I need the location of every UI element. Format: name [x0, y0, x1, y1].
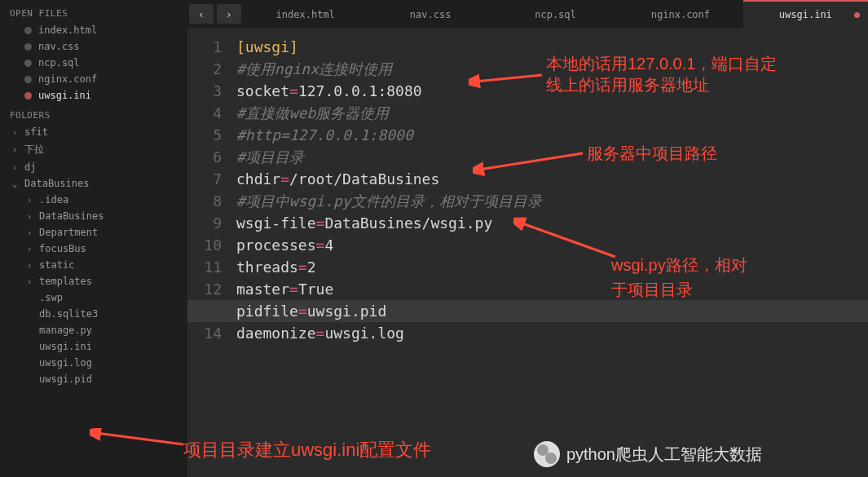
folder-item[interactable]: templates: [15, 273, 187, 289]
token: #http=127.0.0.1:8000: [236, 126, 413, 144]
code-line[interactable]: #http=127.0.0.1:8000: [236, 124, 868, 146]
code-line[interactable]: pidfile=uwsgi.pid: [187, 300, 868, 322]
line-number: 10: [187, 234, 222, 256]
token: True: [298, 280, 333, 298]
tab-label: ncp.sql: [535, 9, 576, 20]
folder-item[interactable]: sfit: [0, 124, 187, 140]
file-item[interactable]: uwsgi.log: [15, 355, 187, 371]
file-label: uwsgi.pid: [39, 373, 92, 385]
token: #直接做web服务器使用: [236, 104, 389, 121]
code-line[interactable]: #项目目录: [236, 146, 868, 168]
tab[interactable]: nav.css: [368, 0, 492, 28]
token: threads: [236, 258, 298, 276]
token: DataBusines/wsgi.py: [324, 214, 492, 232]
file-label: db.sqlite3: [39, 308, 98, 320]
nav-back-button[interactable]: ‹: [189, 4, 214, 24]
folder-label: templates: [39, 276, 92, 287]
token: uwsgi.pid: [307, 303, 387, 320]
line-number: 8: [187, 190, 222, 212]
file-item[interactable]: manage.py: [15, 322, 187, 338]
code-line[interactable]: #项目中wsgi.py文件的目录，相对于项目目录: [236, 190, 868, 212]
token: wsgi-file: [236, 214, 316, 232]
token: chdir: [236, 170, 280, 188]
token: 2: [307, 258, 316, 276]
main-area: ‹ › index.htmlnav.cssncp.sqlnginx.confuw…: [187, 0, 868, 477]
open-file-item[interactable]: nav.css: [0, 38, 187, 55]
nav-forward-button[interactable]: ›: [217, 4, 241, 24]
token: uwsgi.log: [324, 325, 404, 342]
token: =: [316, 325, 325, 342]
code-line[interactable]: [uwsgi]: [236, 36, 868, 58]
line-number: 4: [187, 102, 222, 124]
token: #项目目录: [236, 148, 304, 166]
dirty-dot-icon: [854, 12, 860, 18]
token: master: [236, 280, 289, 298]
code-line[interactable]: #使用nginx连接时使用: [236, 58, 868, 80]
token: =: [289, 82, 298, 99]
folder-item[interactable]: focusBus: [15, 241, 187, 257]
chevron-icon: [10, 127, 20, 138]
open-file-item[interactable]: nginx.conf: [0, 71, 187, 87]
tab[interactable]: index.html: [243, 0, 368, 28]
code-line[interactable]: processes=4: [236, 234, 868, 256]
file-label: uwsgi.ini: [38, 90, 91, 101]
open-file-item[interactable]: ncp.sql: [0, 55, 187, 71]
code-line[interactable]: #直接做web服务器使用: [236, 102, 868, 124]
code-line[interactable]: chdir=/root/DataBusines: [236, 168, 868, 190]
file-item[interactable]: uwsgi.pid: [15, 371, 187, 387]
tab-bar: ‹ › index.htmlnav.cssncp.sqlnginx.confuw…: [187, 0, 868, 28]
token: =: [280, 170, 289, 188]
file-label: nav.css: [38, 41, 80, 52]
folder-label: sfit: [24, 126, 48, 138]
open-files-title: OPEN FILES: [0, 5, 187, 22]
folder-item[interactable]: Department: [15, 224, 187, 241]
chevron-icon: [24, 260, 34, 271]
folder-item[interactable]: static: [15, 257, 187, 273]
code-area[interactable]: [uwsgi]#使用nginx连接时使用socket=127.0.0.1:808…: [236, 36, 868, 477]
tab[interactable]: nginx.conf: [618, 0, 742, 28]
editor[interactable]: 1234567891011121314 [uwsgi]#使用nginx连接时使用…: [187, 28, 868, 477]
file-label: uwsgi.ini: [39, 341, 92, 352]
line-number: 12: [187, 278, 222, 300]
file-item[interactable]: .swp: [15, 289, 187, 306]
tab[interactable]: uwsgi.ini: [743, 0, 868, 28]
dirty-dot-icon: [24, 27, 32, 34]
folder-label: static: [39, 259, 74, 271]
tab-label: uwsgi.ini: [779, 9, 832, 20]
tab[interactable]: ncp.sql: [493, 0, 618, 28]
file-label: index.html: [38, 24, 97, 36]
tab-label: nginx.conf: [651, 9, 710, 20]
code-line[interactable]: master=True: [236, 278, 868, 300]
gutter: 1234567891011121314: [187, 36, 236, 477]
file-item[interactable]: uwsgi.ini: [15, 338, 187, 355]
token: /root/DataBusines: [289, 170, 439, 188]
code-line[interactable]: socket=127.0.0.1:8080: [236, 80, 868, 102]
sidebar: OPEN FILES index.htmlnav.cssncp.sqlnginx…: [0, 0, 187, 477]
open-file-item[interactable]: index.html: [0, 22, 187, 38]
token: =: [316, 214, 325, 232]
code-line[interactable]: threads=2: [236, 256, 868, 278]
folder-item[interactable]: DataBusines: [0, 175, 187, 192]
code-line[interactable]: wsgi-file=DataBusines/wsgi.py: [236, 212, 868, 234]
dirty-dot-icon: [24, 92, 32, 99]
folder-item[interactable]: dj: [0, 159, 187, 175]
file-label: nginx.conf: [38, 73, 97, 85]
line-number: 6: [187, 146, 222, 168]
dirty-dot-icon: [24, 60, 32, 67]
line-number: 7: [187, 168, 222, 190]
chevron-icon: [10, 144, 20, 155]
token: processes: [236, 236, 316, 254]
folder-item[interactable]: 下拉: [0, 140, 187, 159]
open-file-item[interactable]: uwsgi.ini: [0, 87, 187, 104]
tab-label: index.html: [276, 9, 335, 20]
folder-item[interactable]: DataBusines: [15, 208, 187, 224]
watermark: python爬虫人工智能大数据: [534, 441, 762, 467]
chevron-icon: [24, 195, 34, 205]
chevron-icon: [10, 162, 20, 173]
chevron-icon: [24, 244, 34, 254]
folder-label: focusBus: [39, 243, 86, 254]
folder-item[interactable]: .idea: [15, 192, 187, 208]
token: daemonize: [236, 325, 316, 342]
code-line[interactable]: daemonize=uwsgi.log: [236, 322, 868, 344]
file-item[interactable]: db.sqlite3: [15, 306, 187, 322]
